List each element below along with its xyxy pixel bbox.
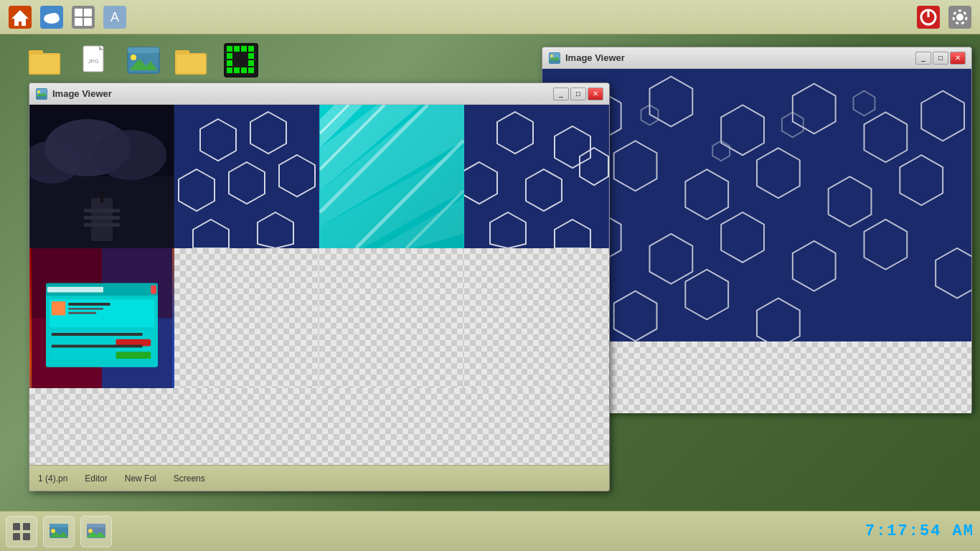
svg-rect-148 xyxy=(23,533,30,540)
svg-rect-118 xyxy=(465,105,608,248)
gallery-icon-1[interactable] xyxy=(43,516,75,547)
svg-rect-146 xyxy=(23,523,30,530)
svg-rect-137 xyxy=(68,303,110,306)
svg-rect-154 xyxy=(87,524,105,527)
svg-rect-9 xyxy=(75,18,83,26)
svg-rect-52 xyxy=(248,67,254,73)
thumbnail-empty-1[interactable] xyxy=(174,248,319,388)
minimize-button-small[interactable]: _ xyxy=(553,88,569,100)
system-clock: 7:17:54 AM xyxy=(865,522,974,540)
close-button-large[interactable]: ✕ xyxy=(950,52,966,65)
svg-rect-8 xyxy=(84,9,92,17)
window-title-icon-small xyxy=(35,88,48,100)
svg-rect-143 xyxy=(52,345,143,348)
filename-item-4[interactable]: Screens xyxy=(174,474,205,484)
desktop-folder2-icon[interactable] xyxy=(175,43,209,77)
svg-rect-134 xyxy=(151,286,156,294)
filename-item-3[interactable]: New Fol xyxy=(125,474,156,484)
desktop-folder-icon[interactable] xyxy=(29,43,63,77)
filename-item-1[interactable]: 1 (4).pn xyxy=(38,474,67,484)
thumbnail-dark-landscape[interactable] xyxy=(29,105,174,248)
svg-text:A: A xyxy=(110,10,119,24)
svg-rect-96 xyxy=(84,223,120,227)
window-controls-small: _ □ ✕ xyxy=(553,88,603,100)
window-title-text-large: Image Viewer xyxy=(565,52,915,63)
svg-rect-50 xyxy=(234,67,240,73)
svg-rect-145 xyxy=(13,523,20,530)
maximize-button-small[interactable]: □ xyxy=(570,88,586,100)
window-controls-large: _ □ ✕ xyxy=(915,52,966,65)
viewer-empty-space xyxy=(29,388,609,465)
taskbar-top-left: A xyxy=(6,3,129,32)
thumbnail-empty-3[interactable] xyxy=(464,248,609,388)
svg-rect-144 xyxy=(116,352,151,359)
svg-rect-133 xyxy=(47,287,103,293)
svg-rect-41 xyxy=(227,53,232,59)
home-icon[interactable] xyxy=(6,3,34,32)
desktop-icons-row: JPG xyxy=(29,43,258,77)
gallery-icon-2[interactable] xyxy=(80,516,112,547)
thumbnail-screenshot[interactable] xyxy=(29,248,174,388)
svg-rect-150 xyxy=(50,524,68,527)
thumbnail-empty-2[interactable] xyxy=(319,248,464,388)
svg-rect-7 xyxy=(75,9,83,17)
svg-rect-10 xyxy=(84,18,92,26)
svg-rect-95 xyxy=(84,216,120,220)
svg-rect-38 xyxy=(234,46,240,52)
cloud-icon[interactable] xyxy=(37,3,66,32)
apps-grid-icon[interactable] xyxy=(6,516,37,547)
svg-rect-99 xyxy=(175,105,319,248)
window-titlebar-small: Image Viewer _ □ ✕ xyxy=(29,83,609,105)
minimize-button-large[interactable]: _ xyxy=(915,52,931,65)
window-titlebar-large: Image Viewer _ □ ✕ xyxy=(542,47,971,69)
svg-rect-51 xyxy=(241,67,247,73)
taskbar-top-right xyxy=(914,3,974,32)
svg-rect-44 xyxy=(248,53,254,59)
svg-point-55 xyxy=(550,55,553,57)
filename-item-2[interactable]: Editor xyxy=(85,474,107,484)
svg-point-17 xyxy=(956,14,963,21)
svg-rect-141 xyxy=(52,333,143,336)
svg-rect-139 xyxy=(68,312,96,314)
svg-rect-147 xyxy=(13,533,20,540)
svg-rect-22 xyxy=(30,55,59,73)
thumbnail-hex-blue-2[interactable] xyxy=(464,105,609,248)
thumbnail-grid-row1 xyxy=(29,105,609,248)
svg-rect-97 xyxy=(100,194,103,203)
taskbar-top: A xyxy=(0,0,980,34)
svg-rect-40 xyxy=(248,46,254,52)
window-manager-icon[interactable] xyxy=(69,3,98,32)
svg-rect-48 xyxy=(248,60,254,66)
svg-rect-34 xyxy=(176,55,205,73)
image-viewer-small-window: Image Viewer _ □ ✕ xyxy=(29,83,610,491)
svg-point-91 xyxy=(95,130,166,180)
desktop-file-icon[interactable]: JPG xyxy=(77,43,112,77)
thumbnail-grid-row2 xyxy=(29,248,609,388)
app-store-icon[interactable]: A xyxy=(100,3,129,32)
desktop-terminal-icon[interactable] xyxy=(224,43,258,77)
svg-rect-45 xyxy=(227,60,232,66)
close-button-small[interactable]: ✕ xyxy=(588,88,603,100)
window-title-icon-large xyxy=(548,52,561,65)
desktop-image-viewer-icon[interactable] xyxy=(126,43,161,77)
svg-rect-28 xyxy=(128,47,159,53)
taskbar-bottom: 7:17:54 AM xyxy=(0,511,980,551)
svg-point-5 xyxy=(49,13,59,20)
svg-point-98 xyxy=(100,191,104,195)
window-title-text-small: Image Viewer xyxy=(52,88,553,99)
svg-point-29 xyxy=(131,55,136,60)
svg-text:JPG: JPG xyxy=(88,58,99,65)
maximize-button-large[interactable]: □ xyxy=(933,52,948,65)
bottom-apps xyxy=(6,516,112,547)
svg-rect-94 xyxy=(84,209,120,212)
thumbnail-teal-diagonal[interactable] xyxy=(319,105,464,248)
svg-rect-136 xyxy=(52,301,66,316)
svg-rect-49 xyxy=(227,67,232,73)
svg-rect-138 xyxy=(68,308,103,310)
settings-icon[interactable] xyxy=(946,3,974,32)
svg-point-86 xyxy=(37,90,40,93)
power-icon[interactable] xyxy=(914,3,943,32)
svg-rect-37 xyxy=(227,46,232,52)
svg-rect-39 xyxy=(241,46,247,52)
thumbnail-hex-blue-1[interactable] xyxy=(174,105,319,248)
